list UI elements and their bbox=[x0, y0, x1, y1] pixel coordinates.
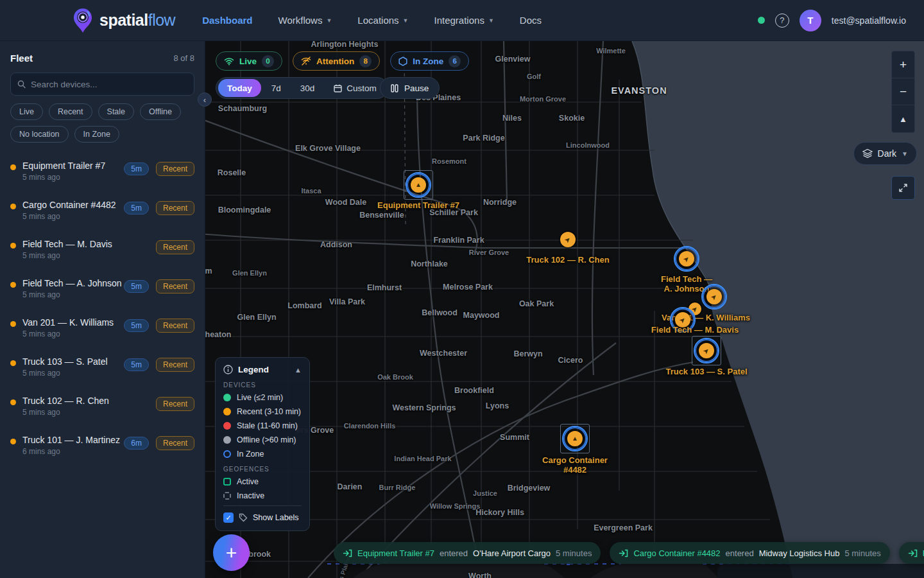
device-name: Truck 101 — J. Martinez bbox=[22, 435, 120, 445]
legend-row-in-zone: In Zone bbox=[223, 450, 302, 459]
nav-item-label: Integrations bbox=[434, 15, 484, 26]
pause-button[interactable]: Pause bbox=[380, 77, 440, 99]
time-option-custom[interactable]: Custom bbox=[325, 79, 386, 97]
device-list-item[interactable]: Truck 103 — S. Patel5 mins ago5mRecent bbox=[0, 350, 205, 384]
legend-dot-icon bbox=[223, 422, 231, 430]
zoom-out-button[interactable]: − bbox=[892, 78, 914, 105]
checkbox-checked-icon[interactable]: ✓ bbox=[223, 512, 234, 523]
asset-icon: ▲ bbox=[572, 435, 578, 442]
device-last-seen: 6 mins ago bbox=[22, 447, 120, 456]
compass-button[interactable]: ▲ bbox=[892, 105, 914, 132]
device-search[interactable] bbox=[10, 73, 194, 96]
search-icon bbox=[17, 80, 26, 89]
device-list-item[interactable]: Field Tech — M. Davis5 mins agoRecent bbox=[0, 232, 205, 267]
nav-item-workflows[interactable]: Workflows▼ bbox=[278, 15, 332, 26]
device-list-item[interactable]: Van 201 — K. Williams5 mins ago5mRecent bbox=[0, 311, 205, 345]
legend-dot-icon bbox=[223, 408, 231, 416]
toggle-in-zone[interactable]: In Zone6 bbox=[390, 51, 469, 71]
ticker-event[interactable]: Equipment Trailer #7enteredO'Hare Airpor… bbox=[334, 542, 601, 564]
toggle-count: 6 bbox=[449, 55, 461, 67]
calendar-icon bbox=[334, 84, 342, 92]
time-option-label: Today bbox=[227, 83, 252, 93]
legend-row-label: Inactive bbox=[237, 491, 264, 500]
tag-icon bbox=[239, 513, 248, 522]
show-labels-toggle[interactable]: ✓ Show Labels bbox=[223, 512, 302, 523]
chevron-up-icon: ▲ bbox=[295, 366, 302, 374]
age-badge: 6m bbox=[124, 437, 149, 450]
nav-arrow-icon: ➤ bbox=[682, 254, 691, 263]
show-labels-label: Show Labels bbox=[253, 513, 299, 522]
fullscreen-button[interactable] bbox=[891, 176, 915, 200]
recent-badge: Recent bbox=[156, 319, 194, 333]
device-last-seen: 5 mins ago bbox=[22, 251, 112, 260]
status-dot-recent bbox=[10, 204, 16, 209]
filter-chip-live[interactable]: Live bbox=[10, 103, 43, 120]
user-email: test@spatialflow.io bbox=[832, 15, 906, 26]
avatar[interactable]: T bbox=[800, 10, 821, 31]
brand-logo[interactable]: spatialflow bbox=[72, 7, 175, 34]
toggle-attention[interactable]: Attention8 bbox=[293, 51, 380, 71]
info-icon bbox=[223, 365, 233, 374]
ticker-event[interactable]: Cargo Container #4482enteredMidway Logis… bbox=[610, 542, 889, 564]
time-option-7d[interactable]: 7d bbox=[262, 79, 290, 97]
legend-header[interactable]: Legend ▲ bbox=[223, 365, 302, 374]
device-last-seen: 5 mins ago bbox=[22, 408, 109, 417]
nav-arrow-icon: ➤ bbox=[678, 315, 687, 324]
device-pills: Recent bbox=[156, 396, 194, 411]
nav-item-dashboard[interactable]: Dashboard bbox=[202, 15, 252, 26]
marker-label: Field Tech — M. Davis bbox=[651, 326, 739, 335]
marker-core: ▲ bbox=[411, 177, 426, 193]
device-pills: 5mRecent bbox=[124, 161, 194, 176]
nav-item-label: Locations bbox=[357, 15, 398, 26]
nav-item-docs[interactable]: Docs bbox=[520, 15, 542, 26]
device-list-item[interactable]: Cargo Container #44825 mins ago5mRecent bbox=[0, 193, 205, 227]
legend-geofences-heading: GEOFENCES bbox=[223, 466, 302, 473]
time-option-today[interactable]: Today bbox=[218, 79, 261, 97]
device-last-seen: 5 mins ago bbox=[22, 329, 114, 338]
filter-chip-in-zone[interactable]: In Zone bbox=[74, 126, 119, 143]
map-style-selector[interactable]: Dark ▼ bbox=[853, 142, 917, 165]
filter-chip-recent[interactable]: Recent bbox=[49, 103, 92, 120]
fleet-header: Fleet 8 of 8 bbox=[0, 41, 205, 70]
device-pills: Recent bbox=[156, 239, 194, 254]
add-button[interactable]: + bbox=[213, 534, 250, 571]
device-list-item[interactable]: Truck 102 — R. Chen5 mins agoRecent bbox=[0, 389, 205, 423]
filter-chip-offline[interactable]: Offline bbox=[140, 103, 181, 120]
marker-label: Equipment Trailer #7 bbox=[377, 201, 459, 211]
zoom-in-button[interactable]: + bbox=[892, 51, 914, 78]
nav-right: ? T test@spatialflow.io bbox=[758, 10, 906, 31]
legend-dot-icon bbox=[223, 436, 231, 444]
device-name: Van 201 — K. Williams bbox=[22, 317, 114, 328]
toggle-count: 0 bbox=[262, 55, 274, 67]
map-style-label: Dark bbox=[878, 148, 897, 159]
device-list-item[interactable]: Equipment Trailer #75 mins ago5mRecent bbox=[0, 154, 205, 188]
search-input[interactable] bbox=[31, 80, 187, 89]
wifi-icon bbox=[224, 57, 234, 66]
chevron-down-icon: ▼ bbox=[488, 17, 494, 24]
sidebar-collapse-button[interactable]: ‹ bbox=[198, 92, 212, 107]
device-info: Cargo Container #44825 mins ago bbox=[22, 200, 116, 221]
legend-dot-icon bbox=[223, 394, 231, 401]
marker-core: ➤ bbox=[679, 251, 694, 267]
device-list-item[interactable]: Truck 101 — J. Martinez6 mins ago6mRecen… bbox=[0, 428, 205, 462]
device-name: Field Tech — M. Davis bbox=[22, 239, 112, 249]
status-dot-recent bbox=[10, 399, 16, 405]
map-canvas[interactable]: Arlington HeightsGlenviewWilmetteEVANSTO… bbox=[205, 41, 924, 578]
device-pills: 5mRecent bbox=[124, 200, 194, 215]
device-list-item[interactable]: Field Tech — A. Johnson5 mins ago5mRecen… bbox=[0, 272, 205, 306]
time-option-30d[interactable]: 30d bbox=[291, 79, 324, 97]
recent-badge: Recent bbox=[156, 162, 194, 176]
nav-item-locations[interactable]: Locations▼ bbox=[357, 15, 408, 26]
legend-row-stale-11-60-min: Stale (11-60 min) bbox=[223, 421, 302, 430]
ticker-event[interactable]: Fi bbox=[899, 542, 924, 564]
nav-item-integrations[interactable]: Integrations▼ bbox=[434, 15, 494, 26]
help-icon[interactable]: ? bbox=[775, 13, 789, 28]
device-name: Truck 102 — R. Chen bbox=[22, 396, 109, 406]
toggle-live[interactable]: Live0 bbox=[216, 51, 282, 71]
filter-chip-stale[interactable]: Stale bbox=[98, 103, 135, 120]
device-pills: 5mRecent bbox=[124, 356, 194, 372]
marker-core: ➤ bbox=[706, 289, 722, 304]
filter-chip-no-location[interactable]: No location bbox=[10, 126, 69, 143]
status-dot-recent bbox=[10, 439, 16, 444]
nav-item-label: Docs bbox=[520, 15, 542, 26]
